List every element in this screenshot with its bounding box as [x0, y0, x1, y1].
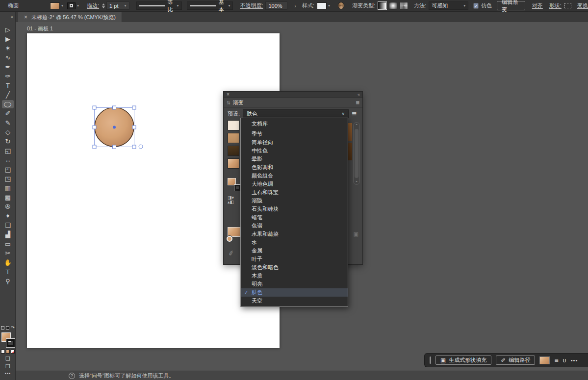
panel-eyedropper-icon[interactable]: ✐: [228, 249, 234, 257]
print-tiling-tool[interactable]: ⊤: [0, 267, 16, 277]
rotate-tool[interactable]: ↻: [0, 137, 16, 146]
screen-mode-icon[interactable]: ❐: [5, 364, 10, 369]
preset-list-view-icon[interactable]: ≣: [352, 111, 357, 117]
menu-icon[interactable]: ≡: [554, 357, 558, 364]
menu-item-渐隐[interactable]: 渐隐: [241, 197, 348, 205]
gradient-preview-swatch[interactable]: [228, 227, 240, 237]
gradient-swatch[interactable]: [228, 133, 239, 143]
magic-wand-tool[interactable]: ✶: [0, 44, 16, 53]
gradient-swatch[interactable]: [228, 146, 239, 156]
menu-item-天空[interactable]: 天空: [241, 297, 348, 305]
recolor-artwork-icon[interactable]: [338, 2, 344, 9]
menu-item-淡色和暗色[interactable]: 淡色和暗色: [241, 263, 348, 272]
stroke-stepper[interactable]: [102, 3, 105, 8]
menu-item-蜡笔[interactable]: 蜡笔: [241, 213, 348, 222]
swap-fill-stroke-icon[interactable]: ↷: [1, 325, 15, 330]
align-label[interactable]: 对齐: [532, 2, 543, 9]
gradient-button[interactable]: [6, 350, 10, 354]
curvature-tool[interactable]: ✑: [0, 72, 16, 81]
shape-label[interactable]: 形状:: [549, 2, 562, 9]
generative-shape-fill-button[interactable]: ▣ 生成式形状填充: [435, 355, 491, 365]
menu-item-叶子[interactable]: 叶子: [241, 255, 348, 263]
menu-item-金属[interactable]: 金属: [241, 247, 348, 255]
fill-swatch[interactable]: [50, 2, 60, 9]
graph-tool[interactable]: ▟: [0, 230, 16, 239]
scroll-up-icon[interactable]: ⌃: [355, 124, 358, 128]
drag-handle[interactable]: [430, 356, 431, 364]
gradient-swatch[interactable]: [228, 120, 239, 130]
document-tab[interactable]: × 未标题-2* @ 56.47 % (CMYK/预览): [18, 12, 122, 22]
scale-tool[interactable]: ◱: [0, 146, 16, 155]
selection-tool[interactable]: ▷: [0, 25, 16, 34]
panel-fill-proxy[interactable]: [228, 178, 236, 185]
hook-icon[interactable]: ʋ: [563, 357, 566, 363]
close-tab-icon[interactable]: ×: [24, 14, 27, 21]
method-select[interactable]: 可感知▾: [429, 1, 468, 10]
menu-item-玉石和珠宝[interactable]: 玉石和珠宝: [241, 188, 348, 197]
menu-item-水[interactable]: 水: [241, 238, 348, 247]
line-tool[interactable]: ╱: [0, 90, 16, 100]
fill-color-control[interactable]: ▾: [50, 2, 63, 9]
overflow-chevron-icon[interactable]: ›: [294, 3, 296, 9]
free-transform-tool[interactable]: ◰: [0, 165, 16, 174]
menu-item-色彩调和[interactable]: 色彩调和: [241, 163, 348, 172]
opacity-label[interactable]: 不透明度:: [240, 2, 263, 9]
center-point[interactable]: [113, 126, 116, 129]
symbol-sprayer-tool[interactable]: ❑: [0, 221, 16, 230]
freeform-gradient-icon[interactable]: [400, 2, 408, 9]
scroll-down-icon[interactable]: ⌄: [355, 179, 358, 183]
gradient-stop[interactable]: [227, 236, 232, 242]
width-profile-select[interactable]: 等比▾: [136, 1, 182, 10]
dither-checkbox[interactable]: ✓: [473, 3, 479, 9]
linear-gradient-icon[interactable]: [378, 2, 386, 9]
preset-select[interactable]: 肤色 ∨: [243, 109, 349, 118]
artboard-tool[interactable]: ▭: [0, 239, 16, 249]
stroke-weight-field[interactable]: 1 pt▾: [106, 1, 129, 10]
menu-item-晕影[interactable]: 晕影: [241, 155, 348, 163]
menu-item-色谱[interactable]: 色谱: [241, 222, 348, 230]
opacity-field[interactable]: 100%: [265, 1, 287, 10]
collapse-panel-icon[interactable]: «: [358, 92, 359, 97]
gradient-tab-label[interactable]: 渐变: [233, 99, 244, 106]
menu-item-季节[interactable]: 季节: [241, 130, 348, 138]
gradient-tool[interactable]: ▩: [0, 193, 16, 202]
stroke-swatch[interactable]: [67, 2, 76, 9]
radius-widget[interactable]: [139, 145, 143, 149]
close-panel-icon[interactable]: ×: [227, 92, 230, 97]
reverse-gradient-icon[interactable]: ◨▾ ▴◧: [228, 196, 234, 204]
perspective-grid-tool[interactable]: ◳: [0, 174, 16, 183]
more-options-icon[interactable]: •••: [571, 357, 578, 363]
zoom-tool[interactable]: ⚲: [0, 277, 16, 286]
menu-item-肤色[interactable]: ✓ 肤色: [241, 288, 348, 297]
menu-item-颜色组合[interactable]: 颜色组合: [241, 172, 348, 180]
style-control[interactable]: ▾: [317, 2, 330, 9]
paintbrush-tool[interactable]: ✐: [0, 109, 16, 118]
ellipse-tool[interactable]: ◯: [0, 100, 16, 109]
lasso-tool[interactable]: ∿: [0, 53, 16, 62]
help-icon[interactable]: ?: [69, 373, 75, 379]
menu-item-石头和砖块[interactable]: 石头和砖块: [241, 205, 348, 213]
stroke-weight-label[interactable]: 描边:: [87, 2, 99, 9]
mesh-tool[interactable]: ▦: [0, 183, 16, 193]
width-tool[interactable]: ↔: [0, 155, 16, 165]
menu-item-中性色[interactable]: 中性色: [241, 147, 348, 155]
menu-item-简单径向[interactable]: 简单径向: [241, 138, 348, 147]
menu-item-document-library[interactable]: 文档库: [241, 119, 348, 128]
eyedropper-tool[interactable]: ✦: [0, 211, 16, 221]
style-swatch[interactable]: [317, 2, 327, 9]
none-button[interactable]: [11, 350, 15, 354]
pen-tool[interactable]: ✒: [0, 62, 16, 72]
menu-item-木质[interactable]: 木质: [241, 272, 348, 280]
delete-gradient-icon[interactable]: ▣: [354, 231, 358, 237]
stroke-color-control[interactable]: ▾: [67, 2, 79, 9]
color-button[interactable]: [1, 350, 5, 354]
draw-mode-icon[interactable]: ❏: [5, 356, 10, 361]
scrollbar-thumb[interactable]: [355, 129, 358, 178]
stroke-proxy-swatch[interactable]: [6, 339, 15, 347]
puppet-warp-tool[interactable]: ✇: [0, 202, 16, 211]
pencil-tool[interactable]: ✎: [0, 118, 16, 127]
slice-tool[interactable]: ✂: [0, 249, 16, 258]
color-swatch[interactable]: [539, 356, 550, 364]
expand-panel-icon[interactable]: »: [10, 14, 13, 20]
eraser-tool[interactable]: ◇: [0, 127, 16, 137]
